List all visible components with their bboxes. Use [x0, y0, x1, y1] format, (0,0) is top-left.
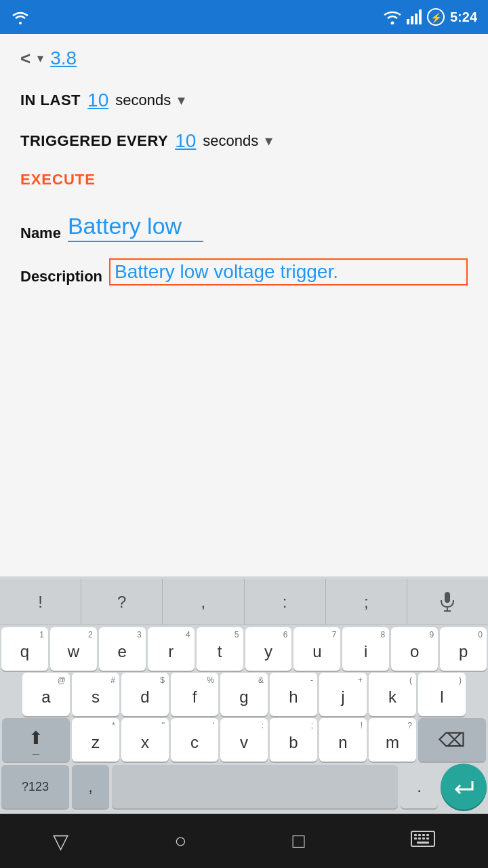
period-key[interactable]: . [401, 765, 438, 808]
svg-rect-14 [422, 834, 425, 836]
key-k[interactable]: (k [369, 673, 416, 716]
key-n[interactable]: !n [319, 718, 367, 762]
key-x[interactable]: "x [121, 718, 169, 762]
numbers-key[interactable]: ?123 [1, 765, 69, 808]
key-p[interactable]: 0p [440, 627, 487, 671]
backspace-key[interactable]: ⌫ [418, 718, 486, 762]
status-bar-left [11, 9, 30, 24]
in-last-label: IN LAST [20, 92, 81, 109]
back-nav-button[interactable]: ▽ [53, 829, 68, 853]
description-label: Description [20, 268, 102, 285]
svg-rect-18 [422, 837, 425, 840]
status-bar-right: ⚡ 5:24 [384, 8, 477, 26]
triggered-every-row: TRIGGERED EVERY 10 seconds ▾ [20, 130, 468, 152]
enter-key[interactable] [441, 764, 487, 810]
key-f[interactable]: %f [171, 673, 218, 716]
description-row: Description Battery low voltage trigger. [20, 258, 468, 285]
special-key-exclaim[interactable]: ! [0, 579, 81, 625]
special-key-question[interactable]: ? [81, 579, 163, 625]
in-last-dropdown[interactable]: ▾ [178, 92, 185, 109]
space-key[interactable] [112, 765, 398, 808]
comma-key[interactable]: , [72, 765, 109, 808]
in-last-value[interactable]: 10 [87, 90, 108, 111]
key-c[interactable]: 'c [171, 718, 218, 762]
special-key-semicolon[interactable]: ; [326, 579, 407, 625]
key-u[interactable]: 7u [293, 627, 340, 671]
svg-rect-8 [445, 592, 450, 603]
microphone-icon [440, 592, 455, 612]
keyboard-row-2: @a #s $d %f &g -h +j (k )l [1, 673, 487, 716]
special-key-comma[interactable]: , [163, 579, 244, 625]
time-display: 5:24 [450, 9, 477, 25]
key-v[interactable]: :v [220, 718, 268, 762]
name-label: Name [20, 224, 61, 242]
svg-rect-2 [407, 19, 409, 24]
triggered-every-dropdown[interactable]: ▾ [265, 132, 272, 150]
wifi-icon-right [384, 9, 401, 24]
key-b[interactable]: ;b [270, 718, 317, 762]
key-l[interactable]: )l [418, 673, 466, 716]
version-value[interactable]: 3.8 [50, 47, 77, 69]
description-value[interactable]: Battery low voltage trigger. [109, 258, 468, 285]
svg-rect-13 [418, 834, 421, 836]
key-r[interactable]: 4r [148, 627, 195, 671]
special-key-colon[interactable]: : [245, 579, 326, 625]
mic-key[interactable] [407, 579, 488, 625]
key-z[interactable]: *z [72, 718, 119, 762]
key-a[interactable]: @a [22, 673, 70, 716]
key-w[interactable]: 2w [50, 627, 97, 671]
svg-rect-20 [417, 842, 429, 844]
wifi-icon [11, 9, 30, 24]
triggered-every-value[interactable]: 10 [175, 130, 196, 152]
svg-rect-17 [418, 837, 421, 840]
special-keys-row: ! ? , : ; [0, 579, 488, 625]
key-d[interactable]: $d [121, 673, 169, 716]
key-i[interactable]: 8i [342, 627, 389, 671]
shift-key[interactable]: ⬆ — [2, 718, 70, 762]
enter-icon [453, 778, 474, 795]
key-y[interactable]: 6y [245, 627, 292, 671]
key-m[interactable]: ?m [369, 718, 416, 762]
svg-rect-12 [414, 834, 417, 836]
execute-button[interactable]: EXECUTE [20, 171, 468, 189]
back-button[interactable]: < [20, 48, 30, 69]
header-dropdown-arrow[interactable]: ▾ [37, 51, 43, 66]
shift-icon: ⬆ [28, 728, 43, 749]
svg-point-1 [390, 22, 394, 25]
svg-text:⚡: ⚡ [430, 12, 442, 24]
key-j[interactable]: +j [319, 673, 367, 716]
keyboard-icon [411, 831, 435, 847]
battery-icon: ⚡ [427, 8, 445, 26]
key-t[interactable]: 5t [197, 627, 243, 671]
key-o[interactable]: 9o [391, 627, 438, 671]
header-row: < ▾ 3.8 [20, 47, 468, 69]
svg-rect-15 [426, 834, 429, 836]
svg-rect-19 [426, 837, 429, 840]
key-e[interactable]: 3e [99, 627, 146, 671]
name-value[interactable]: Battery low [68, 213, 203, 242]
triggered-every-label: TRIGGERED EVERY [20, 132, 168, 150]
keyboard-row-1: 1q 2w 3e 4r 5t 6y 7u 8i 9o 0p [1, 627, 487, 671]
key-h[interactable]: -h [270, 673, 317, 716]
svg-point-0 [19, 22, 22, 24]
in-last-row: IN LAST 10 seconds ▾ [20, 90, 468, 111]
signal-icon [407, 9, 422, 24]
keyboard: ! ? , : ; 1q 2w 3e 4r 5t 6y 7u 8i 9o 0p … [0, 576, 488, 814]
name-row: Name Battery low [20, 213, 468, 242]
main-content: < ▾ 3.8 IN LAST 10 seconds ▾ TRIGGERED E… [0, 34, 488, 576]
svg-rect-3 [411, 16, 413, 24]
key-g[interactable]: &g [220, 673, 268, 716]
keyboard-row-3: ⬆ — *z "x 'c :v ;b !n ?m ⌫ [1, 718, 487, 762]
home-nav-button[interactable]: ○ [174, 829, 186, 852]
svg-rect-4 [415, 14, 418, 24]
recent-nav-button[interactable]: □ [293, 829, 305, 852]
keyboard-nav-button[interactable] [411, 831, 435, 851]
in-last-unit: seconds [115, 92, 171, 109]
status-bar: ⚡ 5:24 [0, 0, 488, 34]
keyboard-row-bottom: ?123 , . [1, 764, 487, 810]
svg-rect-5 [419, 9, 422, 24]
svg-rect-16 [414, 837, 417, 840]
key-s[interactable]: #s [72, 673, 119, 716]
bottom-nav: ▽ ○ □ [0, 814, 488, 868]
key-q[interactable]: 1q [1, 627, 48, 671]
